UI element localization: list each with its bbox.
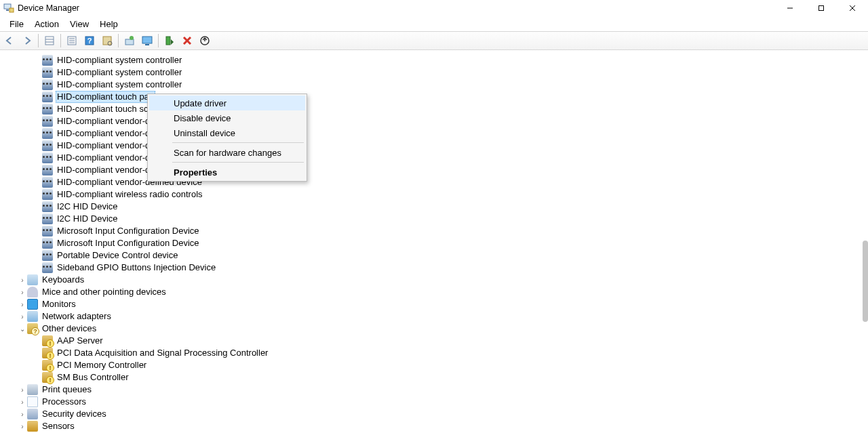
close-button[interactable] <box>837 0 868 16</box>
uninstall-device-button[interactable] <box>197 33 213 49</box>
category-item[interactable]: ›Network adapters <box>0 310 868 323</box>
chevron-right-icon[interactable]: › <box>18 411 27 418</box>
ctx-update-driver[interactable]: Update driver <box>149 96 305 110</box>
device-item[interactable]: Microsoft Input Configuration Device <box>0 237 868 249</box>
device-item[interactable]: HID-compliant system controller <box>0 54 868 66</box>
chevron-right-icon[interactable]: › <box>18 289 27 296</box>
monitor-icon-button[interactable] <box>139 33 155 49</box>
chevron-down-icon[interactable]: ⌄ <box>18 325 27 333</box>
device-item[interactable]: HID-compliant vendor-defined device <box>0 140 868 152</box>
show-hide-tree-button[interactable] <box>41 33 58 49</box>
disable-device-button[interactable] <box>179 33 195 49</box>
svg-rect-16 <box>103 37 111 45</box>
category-item[interactable]: ›Monitors <box>0 298 868 310</box>
warning-device-icon <box>42 335 53 346</box>
device-tree[interactable]: HID-compliant system controllerHID-compl… <box>0 50 868 433</box>
chevron-right-icon[interactable]: › <box>18 276 27 284</box>
device-item[interactable]: Portable Device Control device <box>0 249 868 262</box>
category-label: Other devices <box>41 323 98 335</box>
device-item[interactable]: HID-compliant wireless radio controls <box>0 188 868 201</box>
ctx-disable-device[interactable]: Disable device <box>149 110 305 125</box>
hid-device-icon <box>42 128 53 139</box>
menubar: File Action View Help <box>0 16 868 31</box>
device-item[interactable]: HID-compliant vendor-defined device <box>0 164 868 176</box>
category-label: Processors <box>41 396 87 408</box>
scrollbar-thumb[interactable] <box>863 241 868 322</box>
chevron-right-icon[interactable]: › <box>18 398 27 406</box>
toolbar: ? <box>0 31 868 50</box>
device-item[interactable]: PCI Data Acquisition and Signal Processi… <box>0 347 868 359</box>
category-item[interactable]: ›Security devices <box>0 408 868 420</box>
chevron-right-icon[interactable]: › <box>18 423 27 430</box>
warning-device-icon <box>42 372 53 383</box>
device-label: AAP Server <box>56 335 104 347</box>
device-item[interactable]: HID-compliant vendor-defined device <box>0 127 868 140</box>
device-item[interactable]: Microsoft Input Configuration Device <box>0 225 868 237</box>
menu-help[interactable]: Help <box>94 18 123 30</box>
toolbar-sep <box>60 34 61 47</box>
category-item[interactable]: ›Mice and other pointing devices <box>0 286 868 298</box>
category-item[interactable]: ›Print queues <box>0 384 868 396</box>
scan-hardware-button[interactable] <box>99 33 115 49</box>
category-item[interactable]: ›Keyboards <box>0 274 868 286</box>
device-item[interactable]: HID-compliant vendor-defined device <box>0 152 868 164</box>
device-item[interactable]: I2C HID Device <box>0 213 868 225</box>
device-label: I2C HID Device <box>56 213 119 225</box>
warning-device-icon <box>42 360 53 371</box>
category-item[interactable]: ›Sensors <box>0 420 868 432</box>
device-label: Microsoft Input Configuration Device <box>56 237 201 249</box>
device-item[interactable]: AAP Server <box>0 335 868 347</box>
device-item[interactable]: HID-compliant system controller <box>0 66 868 79</box>
device-item[interactable]: PCI Memory Controller <box>0 359 868 371</box>
hid-device-icon <box>42 79 53 90</box>
category-label: Mice and other pointing devices <box>41 286 167 298</box>
device-item[interactable]: SM Bus Controller <box>0 371 868 384</box>
category-item[interactable]: ⌄Other devices <box>0 323 868 335</box>
toolbar-sep <box>158 34 159 47</box>
hid-device-icon <box>42 152 53 163</box>
menu-action[interactable]: Action <box>29 18 64 30</box>
enable-device-button[interactable] <box>161 33 178 49</box>
nav-back-button[interactable] <box>1 33 18 49</box>
device-item[interactable]: HID-compliant touch screen <box>0 103 868 115</box>
device-label: HID-compliant wireless radio controls <box>56 188 204 201</box>
properties-button[interactable] <box>64 33 80 49</box>
hid-device-icon <box>42 165 53 176</box>
category-label: Keyboards <box>41 274 85 286</box>
device-item[interactable]: HID-compliant vendor-defined device <box>0 115 868 127</box>
category-item[interactable]: ›Processors <box>0 396 868 408</box>
hid-device-icon <box>42 238 53 249</box>
chevron-right-icon[interactable]: › <box>18 386 27 394</box>
cat-sens-icon <box>27 421 38 432</box>
menu-view[interactable]: View <box>64 18 94 30</box>
device-item[interactable]: HID-compliant system controller <box>0 79 868 91</box>
category-label: Security devices <box>41 408 108 420</box>
cat-print-icon <box>27 384 38 395</box>
device-item[interactable]: HID-compliant vendor-defined device <box>0 176 868 188</box>
device-label: Portable Device Control device <box>56 249 179 262</box>
svg-rect-1 <box>6 9 9 11</box>
menu-file[interactable]: File <box>4 18 29 30</box>
device-item[interactable]: Sideband GPIO Buttons Injection Device <box>0 262 868 274</box>
cat-kbd-icon <box>27 274 38 285</box>
hid-device-icon <box>42 262 53 273</box>
ctx-scan-hardware[interactable]: Scan for hardware changes <box>149 145 305 160</box>
device-label: PCI Memory Controller <box>56 359 148 371</box>
cat-proc-icon <box>27 396 38 407</box>
update-driver-button[interactable] <box>121 33 138 49</box>
cat-sec-icon <box>27 409 38 419</box>
ctx-properties[interactable]: Properties <box>149 165 305 180</box>
svg-point-19 <box>130 36 134 40</box>
nav-forward-button[interactable] <box>19 33 35 49</box>
svg-rect-22 <box>166 37 170 45</box>
chevron-right-icon[interactable]: › <box>18 301 27 308</box>
device-item[interactable]: I2C HID Device <box>0 201 868 213</box>
hid-device-icon <box>42 250 53 261</box>
ctx-uninstall-device[interactable]: Uninstall device <box>149 125 305 140</box>
help-button[interactable]: ? <box>81 33 98 49</box>
chevron-right-icon[interactable]: › <box>18 313 27 321</box>
category-label: Monitors <box>41 298 77 310</box>
minimize-button[interactable] <box>774 0 806 16</box>
device-item[interactable]: HID-compliant touch pad <box>0 91 868 103</box>
maximize-button[interactable] <box>806 0 837 16</box>
